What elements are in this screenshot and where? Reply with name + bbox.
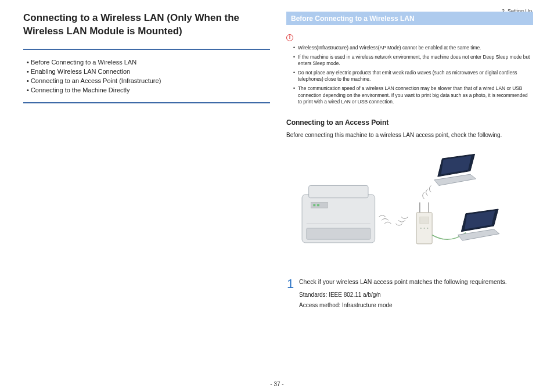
wireless-waves-laptop-icon — [423, 185, 431, 199]
svg-point-11 — [420, 228, 422, 229]
toc-item[interactable]: Connecting to an Access Point (Infrastru… — [27, 77, 270, 86]
note-item: Wireless(Infrastructure) and Wireless(AP… — [293, 45, 533, 52]
left-column: Connecting to a Wireless LAN (Only When … — [23, 12, 270, 354]
svg-rect-10 — [420, 217, 429, 224]
step-text: Check if your wireless LAN access point … — [299, 278, 507, 287]
svg-rect-1 — [309, 185, 368, 197]
intro-text: Before connecting this machine to a wire… — [286, 131, 533, 139]
sub-heading: Connecting to an Access Point — [286, 118, 533, 127]
wireless-waves-printer-icon — [379, 215, 408, 225]
svg-rect-4 — [313, 204, 315, 206]
title-rule — [23, 49, 270, 50]
alert-row: ! — [286, 31, 533, 41]
svg-point-12 — [424, 228, 425, 229]
laptop-right-icon — [458, 209, 499, 240]
page-title: Connecting to a Wireless LAN (Only When … — [23, 12, 270, 38]
note-item: If the machine is used in a wireless net… — [293, 54, 533, 67]
right-column: Before Connecting to a Wireless LAN ! Wi… — [286, 12, 533, 354]
warning-icon: ! — [286, 34, 293, 41]
warning-notes: Wireless(Infrastructure) and Wireless(AP… — [293, 45, 533, 106]
page-number: - 37 - — [0, 381, 554, 387]
svg-point-13 — [427, 228, 428, 229]
toc-item[interactable]: Enabling Wireless LAN Connection — [27, 67, 270, 77]
note-item: The communication speed of a wireless LA… — [293, 85, 533, 106]
step-detail-access: Access method: Infrastructure mode — [299, 301, 507, 310]
toc-list: Before Connecting to a Wireless LAN Enab… — [27, 58, 270, 95]
toc-rule — [23, 102, 270, 103]
step-number: 1 — [286, 278, 294, 310]
printer-icon — [302, 185, 375, 243]
step-1: 1 Check if your wireless LAN access poin… — [286, 278, 533, 310]
toc-item[interactable]: Connecting to the Machine Directly — [27, 86, 270, 95]
laptop-top-icon — [434, 154, 476, 185]
svg-rect-5 — [317, 204, 319, 206]
toc-item[interactable]: Before Connecting to a Wireless LAN — [27, 58, 270, 67]
network-diagram — [286, 149, 533, 271]
note-item: Do not place any electric products that … — [293, 70, 533, 83]
step-detail-standards: Standards: IEEE 802.11 a/b/g/n — [299, 290, 507, 300]
two-column-layout: Connecting to a Wireless LAN (Only When … — [23, 12, 533, 354]
svg-rect-2 — [307, 228, 370, 239]
access-point-icon — [416, 202, 432, 243]
section-heading: Before Connecting to a Wireless LAN — [286, 12, 533, 25]
